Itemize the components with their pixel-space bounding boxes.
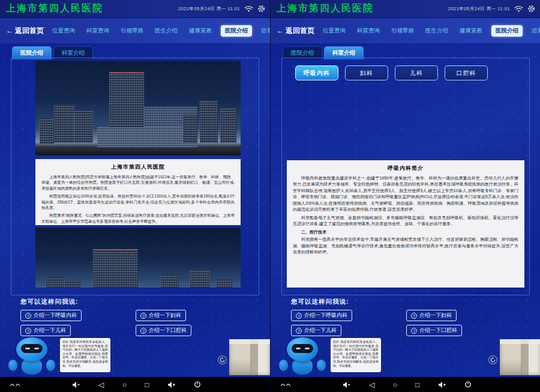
article-paragraph: 呼吸内科是医院重点建设学科之一,创建于1950年,是集医疗、教学、科研为一体的临…: [293, 175, 518, 213]
dual-kiosk-screenshot: 上海市第四人民医院 2021年05月24日 周一 11:01 ← 返回首页 位置…: [0, 0, 540, 392]
recents-icon[interactable]: □: [415, 381, 419, 388]
tab-guide-route[interactable]: 引领带路: [389, 25, 416, 37]
volume-up-icon[interactable]: [167, 381, 176, 388]
robot-mascot[interactable]: [6, 337, 58, 375]
question-icon: ?: [411, 328, 417, 334]
back-arrow-icon: ←: [6, 26, 13, 35]
hospital-intro-article: 上海市第四人民医院 上海市第四人民医院(同济大学附属上海市第四人民医院)始建于1…: [35, 159, 241, 225]
back-home-button[interactable]: ← 返回首页: [6, 26, 44, 36]
header-bar: 上海市第四人民医院 2021年05月24日 周一 11:01: [0, 0, 270, 18]
article-paragraph: 上海市第四人民医院(同济大学附属上海市第四人民医院)始建于1921年,是一所集医…: [41, 174, 235, 191]
tab-health-education[interactable]: 健康宣教: [187, 25, 214, 37]
robot-face-icon[interactable]: [10, 382, 20, 387]
tab-location-search[interactable]: 位置查询: [50, 25, 77, 37]
tab-doctor-intro[interactable]: 医生介绍: [423, 25, 451, 37]
suggest-stomatology-button[interactable]: ?介绍一下口腔科: [136, 325, 191, 336]
nav-tabs: 位置查询 科室查询 引领带路 医生介绍 健康宣教 医院介绍 语音咨询: [50, 25, 270, 37]
volume-down-icon[interactable]: [72, 381, 80, 388]
content-frame: 呼吸内科 妇科 儿科 口腔科 呼吸内科简介 呼吸内科是医院重点建设学科之一,创建…: [281, 58, 530, 295]
suggest-gynecology-button[interactable]: ?介绍一下妇科: [136, 310, 186, 321]
tab-hospital-intro[interactable]: 医院介绍: [221, 25, 252, 37]
app-title: 上海市第四人民医院: [6, 2, 103, 15]
question-icon: ?: [25, 328, 31, 334]
tab-voice-consult[interactable]: 语音咨询: [259, 25, 270, 37]
building: [74, 111, 93, 143]
suggest-stomatology-button[interactable]: ?介绍一下口腔科: [406, 325, 462, 336]
back-home-label: 返回首页: [286, 26, 314, 36]
suggestions-label: 您可以这样问我说:: [20, 298, 191, 306]
suggest-respiratory-button[interactable]: ?介绍一下呼吸内科: [20, 310, 82, 321]
tab-location-search[interactable]: 位置查询: [320, 25, 348, 37]
refresh-float-button[interactable]: [488, 355, 497, 364]
tab-voice-consult[interactable]: 语音咨询: [529, 25, 540, 37]
app-title: 上海市第四人民医院: [277, 2, 374, 15]
power-icon[interactable]: [194, 381, 201, 388]
kiosk-screen-department-intro: 上海市第四人民医院 2021年05月24日 周一 11:01 ← 返回首页 位置…: [270, 0, 540, 392]
suggest-label: 介绍一下儿科: [34, 327, 66, 334]
robot-zone: 您好,我是第四医院导诊机器人。现在实行一站式预约挂号服务,您可以到一楼大厅自助机…: [271, 336, 540, 377]
kiosk-screen-hospital-intro: 上海市第四人民医院 2021年05月24日 周一 11:01 ← 返回首页 位置…: [0, 0, 270, 392]
robot-visor: [292, 344, 313, 353]
wifi-icon: [514, 5, 523, 12]
home-icon[interactable]: ○: [393, 381, 397, 388]
suggestion-buttons: ?介绍一下呼吸内科 ?介绍一下妇科 ?介绍一下儿科 ?介绍一下口腔科: [20, 310, 191, 336]
nav-bar: ← 返回首页 位置查询 科室查询 引领带路 医生介绍 健康宣教 医院介绍 语音咨…: [271, 18, 540, 43]
robot-head: [16, 337, 47, 361]
dept-pediatrics-button[interactable]: 儿科: [395, 65, 438, 80]
volume-up-icon[interactable]: [438, 381, 446, 388]
article-paragraph: 医院现有核定床位1000余张,设有临床、医技科室40余个,职工1300余人,其中…: [41, 193, 235, 211]
recents-icon[interactable]: □: [145, 381, 149, 388]
volume-down-icon[interactable]: [343, 381, 351, 388]
article-paragraph: 科室配备电子支气管镜、全套肺功能检测仪、多导睡眠呼吸监测仪、有创及无创呼吸机、振…: [293, 215, 518, 228]
tab-doctor-intro[interactable]: 医生介绍: [152, 25, 180, 37]
tab-guide-route[interactable]: 引领带路: [118, 25, 146, 37]
suggest-respiratory-button[interactable]: ?介绍一下呼吸内科: [291, 310, 352, 321]
gear-icon[interactable]: [257, 5, 265, 13]
suggestions-section: 您可以这样问我说: ?介绍一下呼吸内科 ?介绍一下妇科 ?介绍一下儿科 ?介绍一…: [291, 298, 462, 336]
back-icon[interactable]: ◁: [98, 381, 104, 388]
suggestions-label: 您可以这样问我说:: [291, 298, 462, 306]
suggest-label: 介绍一下呼吸内科: [34, 312, 77, 319]
nav-tabs: 位置查询 科室查询 引领带路 医生介绍 健康宣教 医院介绍 语音咨询: [320, 25, 540, 37]
robot-eye: [296, 348, 301, 349]
suggest-pediatrics-button[interactable]: ?介绍一下儿科: [291, 325, 341, 336]
back-icon[interactable]: ◁: [369, 381, 374, 388]
content-frame: 上海市第四人民医院 上海市第四人民医院(同济大学附属上海市第四人民医院)始建于1…: [11, 58, 259, 295]
building: [64, 280, 80, 288]
content-area: 医院介绍 科室介绍 呼吸内科 妇科 儿科 口腔科 呼吸内科简介 呼吸内科是医院重…: [271, 43, 540, 377]
back-arrow-icon: ←: [277, 26, 284, 35]
suggest-label: 介绍一下口腔科: [149, 327, 187, 334]
question-icon: ?: [296, 313, 302, 319]
tab-department-search[interactable]: 科室查询: [355, 25, 382, 37]
header-bar: 上海市第四人民医院 2021年05月24日 周一 11:01: [271, 0, 540, 18]
refresh-float-button[interactable]: [218, 355, 227, 364]
back-home-button[interactable]: ← 返回首页: [277, 26, 314, 36]
building: [216, 279, 232, 288]
nav-bar: ← 返回首页 位置查询 科室查询 引领带路 医生介绍 健康宣教 医院介绍 语音咨…: [0, 18, 270, 43]
dept-respiratory-button[interactable]: 呼吸内科: [295, 65, 338, 80]
building: [46, 277, 64, 288]
robot-face-icon[interactable]: [280, 382, 291, 387]
robot-eye: [34, 348, 39, 349]
suggest-pediatrics-button[interactable]: ?介绍一下儿科: [20, 325, 71, 336]
department-buttons: 呼吸内科 妇科 儿科 口腔科: [295, 65, 488, 80]
power-icon[interactable]: [464, 381, 472, 388]
tab-department-search[interactable]: 科室查询: [84, 25, 112, 37]
robot-mascot[interactable]: [277, 337, 328, 375]
suggest-label: 介绍一下呼吸内科: [304, 312, 347, 319]
tab-health-education[interactable]: 健康宣教: [457, 25, 485, 37]
department-intro-article: 呼吸内科简介 呼吸内科是医院重点建设学科之一,创建于1950年,是集医疗、教学、…: [287, 160, 524, 288]
question-icon: ?: [140, 328, 146, 334]
robot-speech-bubble: 您好,我是第四医院导诊机器人。现在实行一站式预约挂号服务,您可以到一楼大厅自助机…: [331, 338, 381, 372]
dept-gynecology-button[interactable]: 妇科: [345, 65, 388, 80]
suggest-gynecology-button[interactable]: ?介绍一下妇科: [406, 310, 457, 321]
gear-icon[interactable]: [527, 5, 535, 13]
robot-arm: [317, 360, 326, 371]
dept-stomatology-button[interactable]: 口腔科: [445, 65, 488, 80]
suggest-label: 介绍一下妇科: [419, 312, 452, 319]
robot-arm: [279, 360, 288, 371]
home-icon[interactable]: ○: [122, 381, 127, 388]
content-area: 医院介绍 科室介绍 上: [0, 43, 270, 377]
building: [183, 115, 197, 143]
tab-hospital-intro[interactable]: 医院介绍: [491, 25, 523, 37]
